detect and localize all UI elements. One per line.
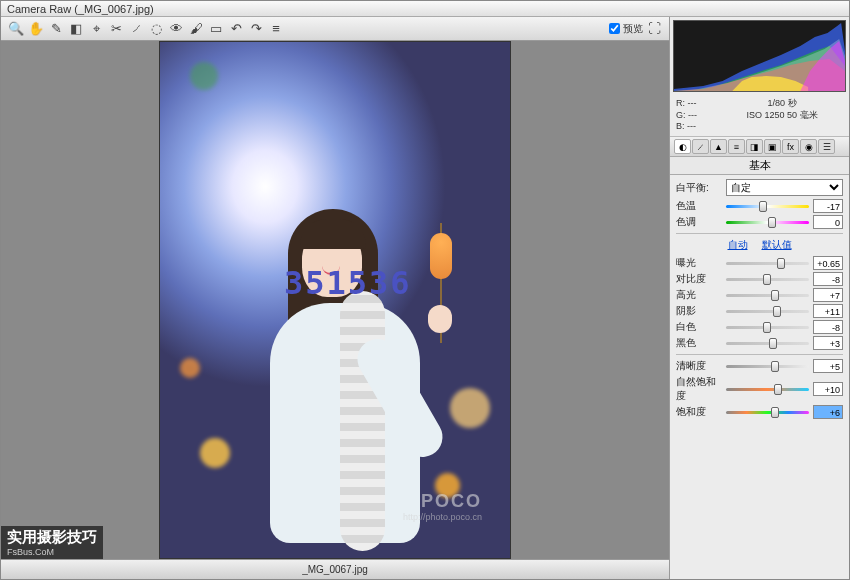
highlights-value[interactable]: +7 bbox=[813, 288, 843, 302]
photo-preview: 351536 POCO http://photo.poco.cn bbox=[159, 41, 511, 559]
exposure-slider[interactable] bbox=[726, 258, 809, 268]
grad-tool[interactable]: ▭ bbox=[207, 20, 225, 38]
exposure-value[interactable]: +0.65 bbox=[813, 256, 843, 270]
clarity-value[interactable]: +5 bbox=[813, 359, 843, 373]
filmstrip: _MG_0067.jpg bbox=[1, 559, 669, 579]
contrast-value[interactable]: -8 bbox=[813, 272, 843, 286]
crop-tool[interactable]: ✂ bbox=[107, 20, 125, 38]
saturation-value[interactable]: +6 bbox=[813, 405, 843, 419]
toolbar: 🔍 ✋ ✎ ◧ ⌖ ✂ ⟋ ◌ 👁 🖌 ▭ ↶ ↷ ≡ 预览 ⛶ bbox=[1, 17, 669, 41]
temp-label: 色温 bbox=[676, 199, 722, 213]
eyedropper-tool[interactable]: ✎ bbox=[47, 20, 65, 38]
panel-tabs: ◐ ⟋ ▲ ≡ ◨ ▣ fx ◉ ☰ bbox=[670, 137, 849, 157]
preview-toggle[interactable]: 预览 bbox=[609, 22, 643, 36]
basic-panel: 白平衡: 自定 色温-17 色调0 自动默认值 曝光+0.65 对比度-8 高光… bbox=[670, 175, 849, 425]
tab-fx[interactable]: fx bbox=[782, 139, 799, 154]
vibrance-label: 自然饱和度 bbox=[676, 375, 722, 403]
tab-detail[interactable]: ▲ bbox=[710, 139, 727, 154]
whites-label: 白色 bbox=[676, 320, 722, 334]
tab-basic[interactable]: ◐ bbox=[674, 139, 691, 154]
fullscreen-icon[interactable]: ⛶ bbox=[645, 20, 663, 38]
titlebar: Camera Raw (_MG_0067.jpg) bbox=[1, 1, 849, 17]
prefs-tool[interactable]: ≡ bbox=[267, 20, 285, 38]
tab-camera[interactable]: ◉ bbox=[800, 139, 817, 154]
filmstrip-filename: _MG_0067.jpg bbox=[302, 564, 368, 575]
vibrance-value[interactable]: +10 bbox=[813, 382, 843, 396]
default-link[interactable]: 默认值 bbox=[762, 238, 792, 252]
canvas[interactable]: 351536 POCO http://photo.poco.cn 实用摄影技巧 … bbox=[1, 41, 669, 559]
tint-value[interactable]: 0 bbox=[813, 215, 843, 229]
color-sampler-tool[interactable]: ◧ bbox=[67, 20, 85, 38]
temp-slider[interactable] bbox=[726, 201, 809, 211]
exif-r: R: --- bbox=[676, 98, 721, 110]
right-pane: R: --- G: --- B: --- 1/80 秒 ISO 1250 50 … bbox=[669, 17, 849, 579]
contrast-label: 对比度 bbox=[676, 272, 722, 286]
window-title: Camera Raw (_MG_0067.jpg) bbox=[7, 3, 154, 15]
wb-label: 白平衡: bbox=[676, 181, 722, 195]
clarity-label: 清晰度 bbox=[676, 359, 722, 373]
preview-label: 预览 bbox=[623, 22, 643, 36]
left-pane: 🔍 ✋ ✎ ◧ ⌖ ✂ ⟋ ◌ 👁 🖌 ▭ ↶ ↷ ≡ 预览 ⛶ bbox=[1, 17, 669, 579]
blacks-label: 黑色 bbox=[676, 336, 722, 350]
vibrance-slider[interactable] bbox=[726, 384, 809, 394]
tint-slider[interactable] bbox=[726, 217, 809, 227]
redeye-tool[interactable]: 👁 bbox=[167, 20, 185, 38]
zoom-tool[interactable]: 🔍 bbox=[7, 20, 25, 38]
watermark-fsbus: 实用摄影技巧 FsBus.CoM bbox=[1, 526, 103, 559]
wb-select[interactable]: 自定 bbox=[726, 179, 843, 196]
tint-label: 色调 bbox=[676, 215, 722, 229]
shadows-label: 阴影 bbox=[676, 304, 722, 318]
tab-presets[interactable]: ☰ bbox=[818, 139, 835, 154]
straighten-tool[interactable]: ⟋ bbox=[127, 20, 145, 38]
exif-g: G: --- bbox=[676, 110, 721, 122]
blacks-slider[interactable] bbox=[726, 338, 809, 348]
exif-b: B: --- bbox=[676, 121, 721, 133]
exif-readout: R: --- G: --- B: --- 1/80 秒 ISO 1250 50 … bbox=[670, 95, 849, 137]
temp-value[interactable]: -17 bbox=[813, 199, 843, 213]
tab-lens[interactable]: ▣ bbox=[764, 139, 781, 154]
highlights-slider[interactable] bbox=[726, 290, 809, 300]
highlights-label: 高光 bbox=[676, 288, 722, 302]
app-window: Camera Raw (_MG_0067.jpg) 🔍 ✋ ✎ ◧ ⌖ ✂ ⟋ … bbox=[0, 0, 850, 580]
shadows-slider[interactable] bbox=[726, 306, 809, 316]
target-tool[interactable]: ⌖ bbox=[87, 20, 105, 38]
clarity-slider[interactable] bbox=[726, 361, 809, 371]
tab-split[interactable]: ◨ bbox=[746, 139, 763, 154]
blacks-value[interactable]: +3 bbox=[813, 336, 843, 350]
histogram[interactable] bbox=[673, 20, 846, 92]
shadows-value[interactable]: +11 bbox=[813, 304, 843, 318]
panel-title: 基本 bbox=[670, 157, 849, 175]
hand-tool[interactable]: ✋ bbox=[27, 20, 45, 38]
preview-checkbox[interactable] bbox=[609, 23, 620, 34]
brush-tool[interactable]: 🖌 bbox=[187, 20, 205, 38]
exif-iso: ISO 1250 50 毫米 bbox=[721, 110, 843, 122]
auto-link[interactable]: 自动 bbox=[728, 238, 748, 252]
contrast-slider[interactable] bbox=[726, 274, 809, 284]
exif-shutter: 1/80 秒 bbox=[721, 98, 843, 110]
tab-curve[interactable]: ⟋ bbox=[692, 139, 709, 154]
rotate-cw-tool[interactable]: ↷ bbox=[247, 20, 265, 38]
whites-slider[interactable] bbox=[726, 322, 809, 332]
main-area: 🔍 ✋ ✎ ◧ ⌖ ✂ ⟋ ◌ 👁 🖌 ▭ ↶ ↷ ≡ 预览 ⛶ bbox=[1, 17, 849, 579]
whites-value[interactable]: -8 bbox=[813, 320, 843, 334]
rotate-ccw-tool[interactable]: ↶ bbox=[227, 20, 245, 38]
spot-tool[interactable]: ◌ bbox=[147, 20, 165, 38]
exposure-label: 曝光 bbox=[676, 256, 722, 270]
saturation-slider[interactable] bbox=[726, 407, 809, 417]
saturation-label: 饱和度 bbox=[676, 405, 722, 419]
tab-hsl[interactable]: ≡ bbox=[728, 139, 745, 154]
